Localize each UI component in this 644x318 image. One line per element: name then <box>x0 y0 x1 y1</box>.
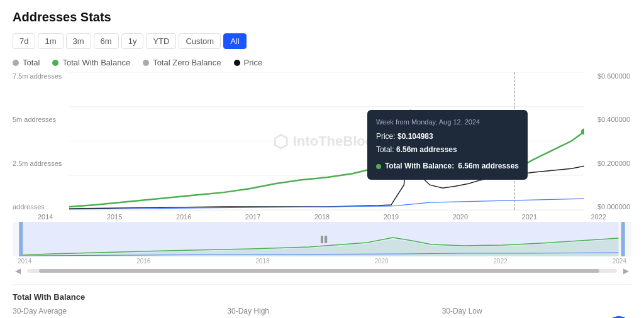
stat-type: 30-Day Average <box>13 307 202 315</box>
tooltip-price: Price: $0.104983 <box>376 130 519 144</box>
stats-row: 30-Day Average6.54m addresses30-Day High… <box>13 307 631 318</box>
x-label: 2019 <box>384 213 399 221</box>
x-label: 2018 <box>314 213 330 221</box>
minimap-x-label: 2020 <box>374 258 388 265</box>
filter-btn-3m[interactable]: 3m <box>66 33 91 49</box>
minimap-x-label: 2014 <box>18 258 31 265</box>
stat-item: 30-Day Low6.53m addressesJul 16 2024 <box>442 307 631 318</box>
x-axis-labels: 201420152016201720182019202020212022 <box>13 211 631 221</box>
legend-dot <box>13 60 19 66</box>
legend-dot <box>234 60 240 66</box>
minimap-handle-left[interactable] <box>19 222 23 256</box>
legend-dot <box>143 60 149 66</box>
minimap-center-handle2[interactable] <box>325 236 327 243</box>
minimap-handle-right[interactable] <box>621 222 625 256</box>
minimap-x-labels: 201420162018202020222024 <box>13 256 631 265</box>
minimap-x-label: 2018 <box>255 258 269 265</box>
legend-label: Price <box>244 58 263 67</box>
filter-btn-custom[interactable]: Custom <box>179 33 221 49</box>
y-label-right: $0.000000 <box>584 203 630 211</box>
main-container: Addresses Stats 7d1m3m6m1yYTDCustomAll T… <box>0 0 644 318</box>
x-label: 2015 <box>107 213 122 221</box>
x-label: 2021 <box>522 213 537 221</box>
legend-item: Total <box>13 58 40 67</box>
stat-type: 30-Day High <box>227 307 416 315</box>
stat-type: 30-Day Low <box>442 307 631 315</box>
time-filter-bar: 7d1m3m6m1yYTDCustomAll <box>13 33 631 49</box>
minimap-svg <box>13 222 631 256</box>
y-label: 5m addresses <box>13 116 69 123</box>
scrollbar-row: ◀ ▶ <box>13 266 631 275</box>
minimap-chart <box>13 222 631 256</box>
x-label: 2016 <box>176 213 191 221</box>
filter-btn-6m[interactable]: 6m <box>94 33 119 49</box>
tooltip-balance: Total With Balance: 6.56m addresses <box>376 160 519 173</box>
y-label-right: $0.200000 <box>584 160 630 167</box>
stats-section: Total With Balance 30-Day Average6.54m a… <box>13 284 631 318</box>
tooltip-balance-value: 6.56m addresses <box>458 160 519 173</box>
filter-btn-7d[interactable]: 7d <box>13 33 35 49</box>
y-label: 7.5m addresses <box>13 72 69 80</box>
y-label-right: $0.400000 <box>584 116 630 123</box>
legend-dot <box>52 60 58 66</box>
chart-legend: TotalTotal With BalanceTotal Zero Balanc… <box>13 58 631 67</box>
y-axis-left: 7.5m addresses 5m addresses 2.5m address… <box>13 72 69 211</box>
x-label: 2014 <box>38 213 53 221</box>
minimap-x-label: 2024 <box>613 258 626 265</box>
x-label: 2022 <box>591 213 606 221</box>
filter-btn-1m[interactable]: 1m <box>38 33 63 49</box>
scroll-left-arrow[interactable]: ◀ <box>13 266 23 275</box>
x-label: 2017 <box>245 213 260 221</box>
filter-btn-all[interactable]: All <box>223 33 246 49</box>
legend-label: Total Zero Balance <box>153 58 221 67</box>
tooltip-total-value: 6.56m addresses <box>396 145 457 154</box>
page-title: Addresses Stats <box>13 10 631 25</box>
x-label: 2020 <box>453 213 468 221</box>
scroll-right-arrow[interactable]: ▶ <box>621 266 631 275</box>
legend-item: Total Zero Balance <box>143 58 221 67</box>
stat-item: 30-Day High6.57m addressesAug 14 2024 <box>227 307 416 318</box>
tooltip-balance-label: Total With Balance: <box>385 160 454 173</box>
tooltip-total-label: Total: <box>376 145 394 154</box>
y-label: addresses <box>13 203 69 211</box>
scrollbar-thumb[interactable] <box>39 269 599 273</box>
tooltip-week: Week from Monday, Aug 12, 2024 <box>376 116 519 129</box>
chart-tooltip: Week from Monday, Aug 12, 2024 Price: $0… <box>367 110 528 180</box>
y-label-right: $0.600000 <box>584 72 630 80</box>
legend-item: Price <box>234 58 263 67</box>
main-chart: ⬡ IntoTheBlock Week from Monday, Aug 12,… <box>69 72 584 211</box>
stats-section-label: Total With Balance <box>13 292 631 302</box>
tooltip-balance-dot <box>376 164 381 169</box>
tooltip-price-label: Price: <box>376 132 396 141</box>
legend-label: Total <box>23 58 40 67</box>
tooltip-total: Total: 6.56m addresses <box>376 143 519 157</box>
legend-label: Total With Balance <box>62 58 130 67</box>
tooltip-price-value: $0.104983 <box>397 132 433 141</box>
minimap-center-handle[interactable] <box>321 236 323 243</box>
y-label: 2.5m addresses <box>13 160 69 167</box>
scrollbar-track[interactable] <box>27 269 617 273</box>
filter-btn-ytd[interactable]: YTD <box>146 33 176 49</box>
stat-item: 30-Day Average6.54m addresses <box>13 307 202 318</box>
minimap-x-label: 2022 <box>494 258 508 265</box>
y-axis-right: $0.600000 $0.400000 $0.200000 $0.000000 <box>584 72 631 211</box>
minimap-x-label: 2016 <box>136 258 150 265</box>
legend-item: Total With Balance <box>52 58 130 67</box>
filter-btn-1y[interactable]: 1y <box>121 33 144 49</box>
